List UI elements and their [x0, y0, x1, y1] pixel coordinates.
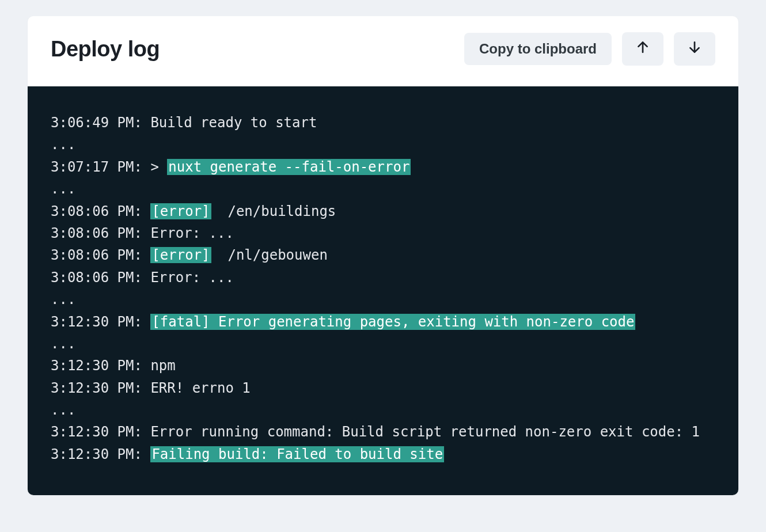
- log-text: /en/buildings: [211, 203, 336, 219]
- log-prefix: [142, 115, 150, 131]
- header-actions: Copy to clipboard: [464, 32, 715, 66]
- scroll-up-button[interactable]: [622, 32, 663, 66]
- log-line: 3:12:30 PM: npm: [51, 355, 715, 377]
- log-line: ...: [51, 399, 715, 421]
- log-line: ...: [51, 333, 715, 355]
- card-header: Deploy log Copy to clipboard: [28, 16, 738, 86]
- log-prefix: [142, 269, 150, 286]
- log-text: /nl/gebouwen: [211, 247, 328, 263]
- log-text: ...: [51, 291, 75, 307]
- log-line: 3:12:30 PM: Error running command: Build…: [51, 421, 715, 443]
- arrow-down-icon: [687, 40, 702, 58]
- log-line: ...: [51, 178, 715, 200]
- log-line: ...: [51, 134, 715, 155]
- log-line: 3:12:30 PM: ERR! errno 1: [51, 377, 715, 399]
- log-line: 3:06:49 PM: Build ready to start: [51, 112, 715, 134]
- log-timestamp: 3:12:30 PM:: [51, 314, 142, 330]
- log-timestamp: 3:12:30 PM:: [51, 424, 142, 440]
- log-text: ERR! errno 1: [150, 380, 250, 396]
- log-text: Build ready to start: [150, 115, 317, 131]
- log-text: ...: [51, 136, 75, 153]
- log-timestamp: 3:12:30 PM:: [51, 358, 142, 374]
- log-prefix: [142, 225, 150, 241]
- page-title: Deploy log: [51, 37, 160, 62]
- log-prefix: [142, 424, 150, 440]
- log-line: 3:08:06 PM: [error] /en/buildings: [51, 200, 715, 222]
- log-text: Error: ...: [150, 225, 234, 241]
- log-prefix: [142, 203, 150, 219]
- log-text: [fatal] Error generating pages, exiting …: [150, 314, 635, 330]
- log-timestamp: 3:07:17 PM:: [51, 159, 142, 175]
- log-prefix: [142, 247, 150, 263]
- log-timestamp: 3:12:30 PM:: [51, 446, 142, 462]
- log-line: 3:08:06 PM: Error: ...: [51, 222, 715, 244]
- log-text: Error running command: Build script retu…: [150, 424, 700, 440]
- log-text: ...: [51, 336, 75, 352]
- log-timestamp: 3:08:06 PM:: [51, 269, 142, 286]
- deploy-log-card: Deploy log Copy to clipboard 3:06:49 PM:…: [28, 16, 738, 495]
- log-tag: [error]: [150, 203, 211, 219]
- log-text: npm: [150, 358, 175, 374]
- log-prefix: >: [142, 159, 167, 175]
- log-prefix: [142, 446, 150, 462]
- log-prefix: [142, 358, 150, 374]
- log-line: 3:07:17 PM: > nuxt generate --fail-on-er…: [51, 156, 715, 178]
- log-line: 3:08:06 PM: [error] /nl/gebouwen: [51, 244, 715, 266]
- log-line: ...: [51, 288, 715, 310]
- log-text: nuxt generate --fail-on-error: [167, 159, 411, 175]
- log-text: Failing build: Failed to build site: [150, 446, 444, 462]
- log-timestamp: 3:08:06 PM:: [51, 247, 142, 263]
- copy-to-clipboard-button[interactable]: Copy to clipboard: [464, 33, 612, 65]
- log-tag: [error]: [150, 247, 211, 263]
- log-timestamp: 3:06:49 PM:: [51, 115, 142, 131]
- log-line: 3:12:30 PM: [fatal] Error generating pag…: [51, 311, 715, 333]
- arrow-up-icon: [635, 40, 650, 58]
- log-output[interactable]: 3:06:49 PM: Build ready to start...3:07:…: [28, 86, 738, 495]
- log-timestamp: 3:08:06 PM:: [51, 225, 142, 241]
- log-text: ...: [51, 181, 75, 197]
- log-line: 3:08:06 PM: Error: ...: [51, 267, 715, 288]
- log-line: 3:12:30 PM: Failing build: Failed to bui…: [51, 443, 715, 465]
- log-timestamp: 3:12:30 PM:: [51, 380, 142, 396]
- log-text: ...: [51, 402, 75, 418]
- log-prefix: [142, 314, 150, 330]
- log-text: Error: ...: [150, 269, 234, 286]
- scroll-down-button[interactable]: [674, 32, 715, 66]
- log-prefix: [142, 380, 150, 396]
- log-timestamp: 3:08:06 PM:: [51, 203, 142, 219]
